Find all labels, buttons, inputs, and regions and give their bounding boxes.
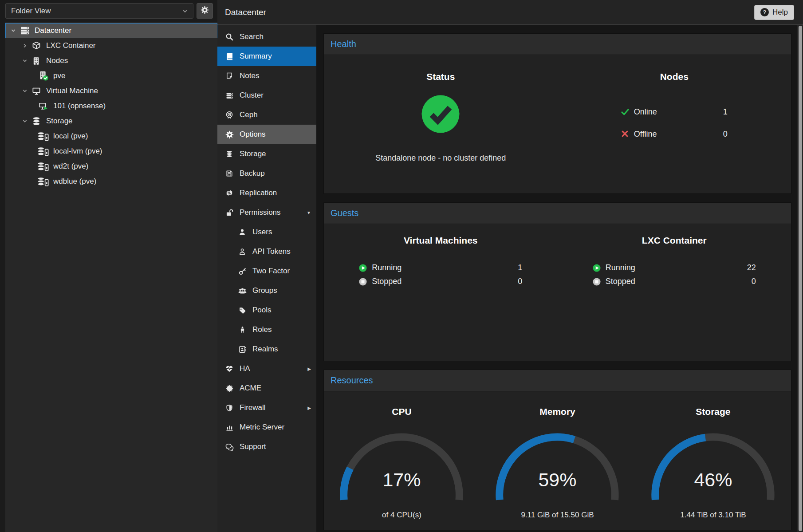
datacenter-nav-menu: Search Summary Notes Cluster Ceph Option	[217, 25, 317, 532]
chevron-down-icon[interactable]	[9, 26, 18, 35]
nav-item-summary[interactable]: Summary	[217, 47, 316, 66]
cpu-caption: of 4 CPU(s)	[324, 511, 480, 520]
memory-gauge: 59%	[492, 428, 623, 506]
nav-item-label: Users	[252, 228, 272, 236]
nodes-offline-label: Offline	[634, 130, 657, 139]
shield-icon	[225, 403, 234, 412]
tree-item-lxc-container[interactable]: LXC Container	[5, 38, 217, 53]
health-panel: Health Status Standalone node - no clust…	[323, 33, 791, 194]
nodes-online-label: Online	[634, 107, 657, 117]
lxc-running-value: 22	[747, 263, 756, 272]
monitor-play-icon	[37, 101, 49, 111]
chevron-down-icon[interactable]	[20, 117, 29, 126]
tree-item-pve[interactable]: pve	[5, 68, 217, 83]
users-icon	[238, 286, 247, 295]
guests-panel: Guests Virtual Machines Running 1	[323, 202, 791, 361]
tree-item-virtual-machine[interactable]: Virtual Machine	[5, 83, 217, 99]
play-circle-icon	[359, 264, 367, 272]
nav-item-label: Cluster	[240, 91, 264, 100]
ceph-icon	[225, 110, 234, 119]
nav-item-realms[interactable]: Realms	[217, 339, 316, 359]
stop-circle-icon	[359, 278, 367, 286]
page-title: Datacenter	[225, 8, 266, 17]
scrollbar-thumb[interactable]	[799, 26, 802, 531]
nav-item-api-tokens[interactable]: API Tokens	[217, 242, 316, 261]
nav-item-roles[interactable]: Roles	[217, 320, 316, 339]
storage-percent: 46%	[647, 469, 779, 491]
nav-item-permissions[interactable]: Permissions ▼	[217, 203, 316, 222]
vertical-scrollbar[interactable]	[797, 25, 803, 532]
database-drive-icon	[37, 131, 49, 142]
guests-lxc-column: LXC Container Running 22 Stopped 0	[558, 224, 791, 361]
tree-item-storage-local-lvm[interactable]: local-lvm (pve)	[5, 144, 217, 159]
nav-item-options[interactable]: Options	[217, 125, 316, 144]
storage-gauge: 46%	[647, 428, 779, 506]
nav-item-groups[interactable]: Groups	[217, 281, 316, 300]
user-outline-icon	[238, 247, 247, 256]
main-area: Datacenter ? Help Search Summary Notes C	[217, 0, 803, 532]
nav-item-label: API Tokens	[252, 247, 291, 256]
resource-tree: Datacenter LXC Container Nodes pve Virtu…	[5, 22, 217, 189]
nav-item-cluster[interactable]: Cluster	[217, 86, 316, 105]
guests-panel-header: Guests	[324, 203, 791, 224]
nav-item-search[interactable]: Search	[217, 27, 316, 47]
nav-item-backup[interactable]: Backup	[217, 164, 316, 183]
memory-heading: Memory	[480, 406, 635, 417]
nav-item-metric-server[interactable]: Metric Server	[217, 418, 316, 437]
tree-item-storage[interactable]: Storage	[5, 114, 217, 129]
nodes-offline-row: Offline 0	[621, 128, 728, 140]
chevron-down-icon[interactable]	[20, 56, 29, 65]
tree-item-nodes[interactable]: Nodes	[5, 53, 217, 68]
tree-item-label: wdblue (pve)	[53, 177, 96, 186]
gear-icon	[225, 130, 234, 139]
tree-item-label: Datacenter	[35, 26, 71, 35]
nav-item-ceph[interactable]: Ceph	[217, 105, 316, 125]
nav-item-storage[interactable]: Storage	[217, 144, 316, 164]
tree-item-datacenter[interactable]: Datacenter	[5, 23, 217, 38]
nav-item-label: Search	[240, 32, 264, 41]
stop-circle-icon	[593, 278, 601, 286]
vm-heading: Virtual Machines	[324, 235, 558, 246]
tree-item-storage-wdblue[interactable]: wdblue (pve)	[5, 174, 217, 189]
health-panel-header: Health	[324, 34, 791, 55]
nav-item-two-factor[interactable]: Two Factor	[217, 261, 316, 281]
chevron-down-icon[interactable]	[20, 87, 29, 95]
nav-item-label: Pools	[252, 306, 272, 315]
tree-item-label: Nodes	[46, 56, 68, 65]
book-icon	[225, 52, 234, 61]
tree-item-storage-wd2t[interactable]: wd2t (pve)	[5, 159, 217, 174]
tree-item-vm-101[interactable]: 101 (opnsense)	[5, 99, 217, 114]
view-mode-value: Folder View	[11, 7, 51, 16]
nav-item-acme[interactable]: ACME	[217, 378, 316, 398]
status-message: Standalone node - no cluster defined	[324, 154, 558, 163]
lxc-stopped-label: Stopped	[606, 277, 635, 286]
cube-icon	[30, 40, 42, 51]
nav-item-replication[interactable]: Replication	[217, 183, 316, 203]
search-icon	[225, 32, 234, 41]
database-drive-icon	[37, 146, 49, 157]
cpu-percent: 17%	[336, 469, 467, 491]
nav-item-firewall[interactable]: Firewall ▶	[217, 398, 316, 418]
health-nodes-column: Nodes Online 1 Offline 0	[558, 55, 791, 193]
vm-stopped-label: Stopped	[372, 277, 402, 286]
comments-icon	[225, 442, 234, 451]
help-button[interactable]: ? Help	[754, 5, 794, 20]
summary-panels: Health Status Standalone node - no clust…	[317, 25, 797, 532]
nav-item-notes[interactable]: Notes	[217, 66, 316, 86]
nav-item-support[interactable]: Support	[217, 437, 316, 457]
view-mode-select[interactable]: Folder View	[5, 3, 193, 19]
tree-settings-button[interactable]	[197, 3, 213, 19]
nav-item-pools[interactable]: Pools	[217, 300, 316, 320]
caret-down-icon: ▼	[307, 210, 311, 215]
vm-running-row: Running 1	[359, 262, 522, 274]
tree-item-storage-local[interactable]: local (pve)	[5, 129, 217, 144]
monitor-icon	[30, 86, 42, 96]
storage-gauge-column: Storage 46% 1.44 TiB of 3.10 TiB	[635, 391, 791, 530]
nav-item-users[interactable]: Users	[217, 222, 316, 242]
chevron-right-icon[interactable]	[20, 41, 29, 50]
nav-item-label: Notes	[240, 71, 259, 80]
nav-item-ha[interactable]: HA ▶	[217, 359, 316, 378]
tree-item-label: local-lvm (pve)	[53, 147, 102, 156]
content-header: Datacenter ? Help	[217, 0, 803, 25]
storage-heading: Storage	[635, 406, 791, 417]
